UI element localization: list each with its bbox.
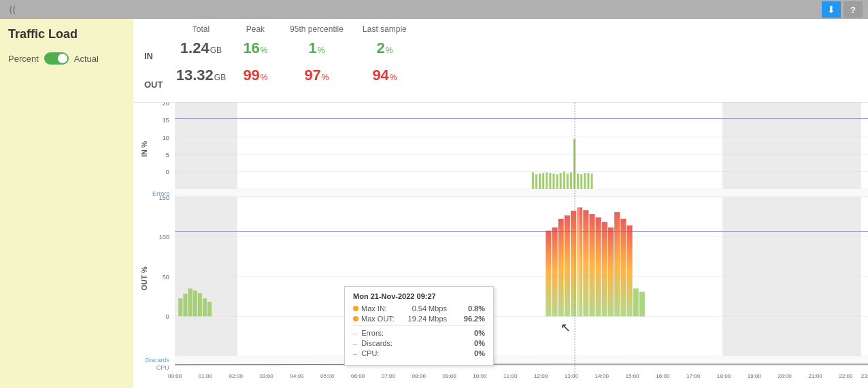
- svg-text:01:00: 01:00: [199, 373, 213, 379]
- display-mode-row: Percent Actual: [8, 52, 125, 65]
- svg-rect-34: [584, 173, 586, 189]
- svg-text:0: 0: [166, 169, 169, 176]
- svg-rect-24: [549, 173, 551, 189]
- svg-rect-5: [175, 103, 237, 189]
- total-header: Total: [193, 24, 210, 34]
- main-layout: Traffic Load Percent Actual IN OUT Total: [0, 19, 868, 388]
- tooltip-max-in-row: Max IN: 0.54 Mbps 0.8%: [353, 304, 485, 313]
- out-95th-unit: %: [322, 73, 329, 82]
- download-button[interactable]: ⬇: [822, 1, 841, 18]
- svg-rect-68: [583, 210, 588, 316]
- top-bar-left: ⟨⟨: [5, 3, 19, 16]
- stat-col-total: Total 1.24 GB 13.32 GB: [173, 24, 228, 91]
- svg-text:11:00: 11:00: [503, 373, 518, 379]
- svg-text:16:00: 16:00: [656, 373, 670, 379]
- max-out-val: 19.24 Mbps: [399, 315, 447, 323]
- svg-text:23:00: 23:00: [861, 373, 868, 379]
- svg-rect-19: [532, 173, 534, 189]
- svg-text:05:00: 05:00: [320, 373, 335, 379]
- svg-rect-27: [560, 173, 562, 189]
- max-out-label: Max OUT:: [361, 315, 397, 323]
- svg-text:13:00: 13:00: [565, 373, 579, 379]
- svg-rect-29: [567, 174, 569, 189]
- svg-text:10: 10: [163, 135, 169, 141]
- svg-text:03:00: 03:00: [259, 373, 273, 379]
- svg-text:0: 0: [166, 314, 169, 321]
- svg-rect-23: [546, 173, 548, 189]
- help-button[interactable]: ?: [844, 1, 863, 18]
- out-total-unit: GB: [214, 73, 226, 82]
- svg-rect-58: [193, 290, 197, 316]
- in-direction-label: IN: [144, 51, 153, 61]
- svg-rect-79: [175, 356, 868, 364]
- out-last-unit: %: [390, 73, 397, 82]
- out-peak-value: 99: [243, 67, 259, 84]
- content-area: IN OUT Total 1.24 GB 13.32 GB: [133, 19, 868, 388]
- max-out-dot: [353, 316, 358, 321]
- 95th-header: 95th percentile: [290, 24, 344, 34]
- percent-actual-toggle[interactable]: [44, 52, 69, 65]
- tooltip: Mon 21-Nov-2022 09:27 Max IN: 0.54 Mbps …: [344, 286, 494, 366]
- cpu-val: 0%: [458, 349, 485, 357]
- out-total-value: 13.32: [176, 67, 214, 84]
- svg-rect-20: [535, 174, 537, 188]
- svg-rect-31: [573, 139, 575, 189]
- svg-text:00:00: 00:00: [168, 373, 182, 379]
- svg-text:22:00: 22:00: [839, 373, 853, 379]
- svg-rect-26: [556, 174, 558, 188]
- collapse-icon[interactable]: ⟨⟨: [5, 3, 19, 16]
- cpu-dash: –: [353, 349, 357, 357]
- svg-text:150: 150: [159, 194, 169, 201]
- top-bar-right: ⬇ ?: [822, 1, 863, 18]
- svg-rect-78: [577, 197, 580, 317]
- errors-label: Errors:: [361, 329, 455, 337]
- max-in-dot: [353, 306, 358, 311]
- max-out-pct: 96.2%: [458, 315, 485, 323]
- svg-text:15:00: 15:00: [625, 373, 639, 379]
- percent-label: Percent: [8, 54, 39, 64]
- svg-rect-70: [596, 217, 601, 317]
- svg-rect-32: [577, 174, 579, 189]
- svg-text:08:00: 08:00: [412, 373, 427, 379]
- svg-rect-73: [614, 212, 620, 316]
- svg-rect-36: [590, 174, 592, 189]
- tooltip-divider-1: [353, 325, 485, 326]
- stat-col-peak: Peak 16 % 99 %: [228, 24, 282, 91]
- svg-text:OUT %: OUT %: [140, 266, 148, 290]
- svg-rect-37: [175, 189, 868, 197]
- svg-rect-72: [608, 228, 614, 317]
- svg-text:07:00: 07:00: [382, 373, 396, 379]
- in-95th-value: 1: [308, 39, 316, 57]
- stat-col-last: Last sample 2 % 94 %: [350, 24, 418, 91]
- actual-label: Actual: [74, 54, 99, 64]
- svg-rect-66: [571, 211, 576, 316]
- tooltip-cpu-row: – CPU: 0%: [353, 349, 485, 357]
- svg-text:21:00: 21:00: [808, 373, 822, 379]
- discards-label: Discards:: [361, 339, 455, 347]
- discards-dash: –: [353, 339, 357, 347]
- errors-val: 0%: [458, 329, 485, 337]
- svg-text:100: 100: [159, 234, 169, 241]
- svg-rect-69: [589, 214, 595, 316]
- svg-rect-21: [539, 174, 541, 189]
- top-bar: ⟨⟨ ⬇ ?: [0, 0, 868, 19]
- svg-rect-25: [552, 174, 554, 189]
- svg-rect-28: [563, 172, 565, 189]
- sidebar: Traffic Load Percent Actual: [0, 19, 133, 388]
- svg-rect-22: [542, 173, 544, 189]
- svg-text:18:00: 18:00: [717, 373, 731, 379]
- svg-rect-55: [178, 298, 182, 316]
- discards-val: 0%: [458, 339, 485, 347]
- svg-text:04:00: 04:00: [290, 373, 304, 379]
- svg-text:20: 20: [163, 103, 169, 107]
- svg-text:50: 50: [163, 274, 169, 281]
- svg-text:17:00: 17:00: [686, 373, 701, 379]
- errors-dash: –: [353, 329, 357, 337]
- out-last-value: 94: [372, 67, 388, 84]
- svg-rect-74: [620, 219, 626, 317]
- svg-text:IN %: IN %: [140, 141, 148, 158]
- svg-text:5: 5: [166, 152, 169, 158]
- in-peak-value: 16: [243, 39, 259, 57]
- max-in-label: Max IN:: [361, 304, 397, 313]
- stats-columns: Total 1.24 GB 13.32 GB Peak 16 %: [173, 24, 857, 91]
